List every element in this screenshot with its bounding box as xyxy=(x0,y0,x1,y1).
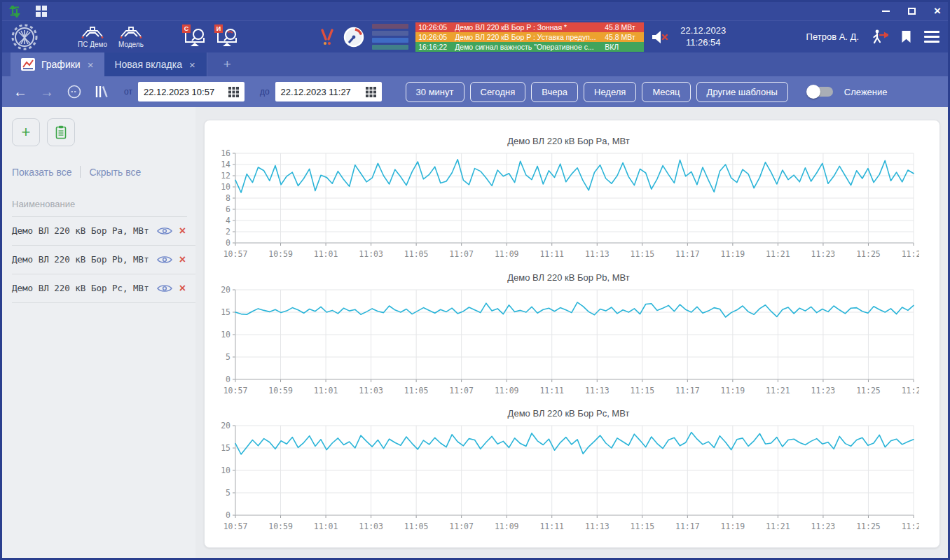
hide-all-link[interactable]: Скрыть все xyxy=(89,167,141,178)
svg-text:5: 5 xyxy=(226,488,230,498)
clipboard-icon xyxy=(55,125,67,139)
titlebar: × xyxy=(2,2,948,20)
forward-icon[interactable]: → xyxy=(40,84,54,100)
svg-text:11:21: 11:21 xyxy=(766,522,790,531)
svg-text:11:27: 11:27 xyxy=(902,522,919,531)
new-tab-button[interactable]: + xyxy=(207,52,247,76)
minimize-button[interactable] xyxy=(882,5,890,18)
signal-row[interactable]: Демо ВЛ 220 кВ Бор Pc, МВт× xyxy=(12,274,195,303)
svg-text:15: 15 xyxy=(221,307,230,317)
tab-close-icon[interactable]: × xyxy=(188,59,197,71)
chart-block: Демо ВЛ 220 кВ Бор Pb, МВт0510152010:571… xyxy=(210,272,927,400)
svg-text:10:59: 10:59 xyxy=(268,249,293,259)
severity-bar xyxy=(372,45,408,50)
svg-text:11:05: 11:05 xyxy=(404,249,429,259)
from-datetime-value: 22.12.2023 10:57 xyxy=(144,87,224,97)
back-icon[interactable]: ← xyxy=(13,84,27,100)
svg-text:20: 20 xyxy=(221,421,230,430)
svg-text:5: 5 xyxy=(226,352,230,362)
svg-text:11:15: 11:15 xyxy=(630,249,654,259)
from-datetime-input[interactable]: 22.12.2023 10:57 xyxy=(138,82,245,102)
svg-text:11:17: 11:17 xyxy=(675,522,700,531)
remove-signal-icon[interactable]: × xyxy=(178,253,187,266)
show-all-link[interactable]: Показать все xyxy=(12,167,71,178)
svg-text:11:05: 11:05 xyxy=(404,522,429,531)
to-label: до xyxy=(260,87,270,97)
remove-signal-icon[interactable]: × xyxy=(178,225,187,237)
apps-grid-icon[interactable] xyxy=(36,6,47,17)
tab-new[interactable]: Новая вкладка × xyxy=(104,52,206,76)
template-button[interactable]: Другие шаблоны xyxy=(696,82,788,102)
svg-text:20: 20 xyxy=(221,285,230,295)
alarm-row[interactable]: 10:26:05Демо ВЛ 220 кВ Бор P : Зонная *4… xyxy=(415,22,644,32)
alarm-cluster: 10:26:05Демо ВЛ 220 кВ Бор P : Зонная *4… xyxy=(319,22,670,52)
svg-text:2: 2 xyxy=(226,227,230,237)
maximize-button[interactable] xyxy=(908,5,916,18)
range-toolbar: ← → от 22.12.2023 10:57 xyxy=(2,76,948,107)
mute-icon[interactable] xyxy=(651,29,670,45)
signal-row[interactable]: Демо ВЛ 220 кВ Бор Pb, МВт× xyxy=(12,246,195,274)
to-datetime-input[interactable]: 22.12.2023 11:27 xyxy=(275,82,382,102)
signal-search-button[interactable]: С xyxy=(184,27,207,48)
svg-text:10: 10 xyxy=(221,330,230,340)
add-signal-button[interactable]: + xyxy=(12,118,40,146)
search-badge-s: С xyxy=(182,24,191,33)
svg-text:11:01: 11:01 xyxy=(314,386,338,396)
bookmark-icon[interactable] xyxy=(901,30,911,43)
svg-text:10:59: 10:59 xyxy=(268,522,293,531)
template-button[interactable]: Вчера xyxy=(531,82,578,102)
chart-plot[interactable]: 024681012141610:5710:5911:0111:0311:0511… xyxy=(210,148,919,264)
svg-text:11:13: 11:13 xyxy=(585,386,610,396)
template-button[interactable]: Сегодня xyxy=(470,82,526,102)
templates-library-icon[interactable] xyxy=(95,85,109,98)
date-text: 22.12.2023 xyxy=(680,25,726,36)
svg-text:12: 12 xyxy=(221,171,230,181)
visibility-eye-icon[interactable] xyxy=(156,282,174,295)
alarm-value: 45.8 МВт xyxy=(605,23,641,31)
signal-row[interactable]: Демо ВЛ 220 кВ Бор Pa, МВт× xyxy=(12,217,195,246)
app-logo xyxy=(11,23,39,51)
calendar-icon[interactable] xyxy=(228,87,239,97)
svg-text:11:11: 11:11 xyxy=(539,249,564,259)
close-button[interactable]: × xyxy=(934,5,941,18)
connection-arrows-icon[interactable] xyxy=(9,6,20,18)
tab-close-icon[interactable]: × xyxy=(86,59,95,71)
chart-plot[interactable]: 0510152010:5710:5911:0111:0311:0511:0711… xyxy=(210,420,919,536)
template-button[interactable]: Неделя xyxy=(584,82,636,102)
chart-plot[interactable]: 0510152010:5710:5911:0111:0311:0511:0711… xyxy=(210,284,919,400)
gauge-icon[interactable] xyxy=(343,26,365,48)
svg-text:11:07: 11:07 xyxy=(449,522,474,531)
tracking-toggle[interactable] xyxy=(808,87,833,97)
severity-bar xyxy=(372,24,408,29)
svg-text:10:57: 10:57 xyxy=(223,249,248,259)
measure-search-button[interactable]: И xyxy=(216,27,239,48)
svg-text:11:01: 11:01 xyxy=(314,249,338,259)
column-header-name: Наименование xyxy=(12,199,187,217)
alarm-warning-icon[interactable] xyxy=(319,27,336,47)
tab-charts[interactable]: Графики × xyxy=(11,52,104,76)
svg-text:11:13: 11:13 xyxy=(585,249,610,259)
alarm-text: Демо ВЛ 220 кВ Бор P : Уставка предуп... xyxy=(455,33,600,41)
calendar-icon[interactable] xyxy=(366,87,376,97)
alarm-row[interactable]: 16:16:22Демо сигнал важность "Оперативно… xyxy=(415,42,644,52)
svg-text:11:11: 11:11 xyxy=(539,522,564,531)
alarm-value: 45.8 МВт xyxy=(605,33,641,41)
alarm-row[interactable]: 10:26:05Демо ВЛ 220 кВ Бор P : Уставка п… xyxy=(415,32,644,42)
svg-text:11:17: 11:17 xyxy=(675,386,700,396)
visibility-eye-icon[interactable] xyxy=(156,253,174,266)
paste-clipboard-button[interactable] xyxy=(47,118,75,146)
nav-ps-demo-button[interactable]: ПС Демо xyxy=(78,26,107,48)
remove-signal-icon[interactable]: × xyxy=(178,282,187,295)
nav-model-label: Модель xyxy=(118,41,144,48)
zoom-out-icon[interactable] xyxy=(67,84,82,99)
menu-icon[interactable] xyxy=(924,31,939,43)
svg-text:11:03: 11:03 xyxy=(359,386,383,396)
visibility-eye-icon[interactable] xyxy=(156,225,174,237)
template-button[interactable]: Месяц xyxy=(642,82,690,102)
svg-text:11:27: 11:27 xyxy=(902,249,919,259)
svg-text:11:19: 11:19 xyxy=(721,522,745,531)
svg-text:11:09: 11:09 xyxy=(495,249,519,259)
nav-model-button[interactable]: Модель xyxy=(118,26,144,48)
template-button[interactable]: 30 минут xyxy=(406,82,464,102)
logout-icon[interactable] xyxy=(872,29,888,46)
